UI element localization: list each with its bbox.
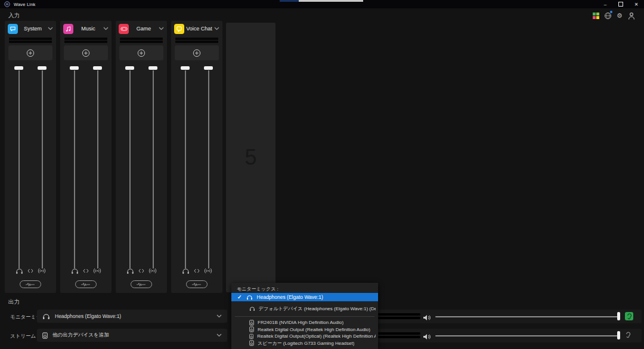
check-icon: ✓ [237,294,242,300]
fader-handle[interactable] [14,66,23,70]
minimize-button[interactable]: – [597,0,613,8]
empty-channel-slot[interactable]: 5 [226,23,275,292]
volume-speaker-icon[interactable] [423,332,431,342]
stream-volume-fader[interactable] [147,63,159,268]
music-channel-icon [63,24,73,34]
add-effect-button[interactable] [64,45,108,60]
popup-item-label: Realtek Digital Output(Optical) (Realtek… [257,333,376,339]
updates-icon[interactable] [603,11,612,20]
fader-handle[interactable] [125,66,134,70]
fader-handle[interactable] [181,66,190,70]
waveform-icon [80,282,91,287]
plus-circle-icon [137,49,145,57]
chevron-down-icon [48,27,53,30]
output-section-heading: 出力 [8,298,20,306]
popup-item-device[interactable]: スピーカー (Logitech G733 Gaming Headset) [249,339,376,347]
monitor-volume-fader[interactable] [179,63,191,268]
monitor-mix-device-popup: モニターミックス : ✓ Headphones (Elgato Wave:1) … [231,283,378,349]
ear-icon [627,313,632,320]
channel-header[interactable]: Game [116,21,167,36]
channel-strip-system: System [5,21,56,293]
plus-circle-icon [26,49,35,57]
stream-broadcast-icon[interactable] [148,268,157,274]
link-faders-icon[interactable] [83,268,89,273]
account-icon[interactable] [627,11,636,20]
settings-gear-icon[interactable]: ⚙ [615,11,624,20]
add-effect-button[interactable] [175,45,219,60]
fader-handle[interactable] [93,66,102,70]
fader-handle[interactable] [204,66,213,70]
fader-handle[interactable] [38,66,47,70]
waveform-toggle-button[interactable] [75,280,97,288]
output-level-meter [378,332,420,339]
channel-header[interactable]: System [5,21,56,36]
slider-handle[interactable] [617,331,620,339]
channel-name: Music [73,26,103,32]
maximize-button[interactable] [613,0,628,8]
fader-handle[interactable] [70,66,79,70]
popup-item-default-device[interactable]: デフォルトデバイス (Headphones (Elgato Wave:1) (D… [249,305,376,313]
waveform-toggle-button[interactable] [131,280,152,288]
popup-title: モニターミックス : [237,286,278,292]
stream-broadcast-icon[interactable] [204,268,212,274]
waveform-toggle-button[interactable] [186,280,208,288]
popup-item-label: Headphones (Elgato Wave:1) [257,294,323,300]
channel-name: Voice Chat [184,26,214,32]
ear-icon [626,332,631,338]
stream-mix-value: 他の出力デバイスを追加 [52,332,216,339]
link-faders-icon[interactable] [138,268,144,273]
level-meter [120,38,163,43]
update-notification-dot [610,11,612,13]
channel-header[interactable]: Voice Chat [171,21,222,36]
headphones-icon [249,306,255,311]
monitor-volume-fader[interactable] [13,63,25,268]
stream-volume-slider[interactable] [435,335,620,336]
stream-mix-dropdown[interactable]: 他の出力デバイスを追加 [37,329,227,342]
channel-name: Game [129,26,159,32]
monitor-volume-fader[interactable] [69,63,80,268]
link-faders-icon[interactable] [27,268,33,273]
headphones-icon[interactable] [126,268,134,274]
chevron-down-icon [214,27,219,30]
popup-item-selected[interactable]: ✓ Headphones (Elgato Wave:1) [231,293,378,301]
input-section-heading: 入力 [8,12,20,20]
monitor-volume-slider[interactable] [435,316,620,317]
channel-strip-music: Music [60,21,112,293]
monitor-ear-button[interactable] [625,312,633,320]
popup-item-label: Realtek Digital Output (Realtek High Def… [258,327,370,332]
stream-volume-fader[interactable] [92,63,104,268]
volume-speaker-icon[interactable] [423,313,431,323]
level-meter [9,38,52,43]
level-meter [175,38,218,43]
channel-header[interactable]: Music [60,21,112,36]
level-meter [64,38,107,43]
wave-link-logo-icon [4,1,10,7]
colored-grid-icon [593,13,599,19]
headphones-icon [42,313,50,320]
waveform-toggle-button[interactable] [20,280,41,288]
headphones-icon [246,295,253,300]
link-faders-icon[interactable] [194,268,200,273]
add-effect-button[interactable] [119,45,163,60]
fader-handle[interactable] [148,66,157,70]
stream-ear-button[interactable] [626,332,631,338]
stream-broadcast-icon[interactable] [93,268,101,274]
slider-handle[interactable] [617,312,620,320]
add-effect-button[interactable] [8,45,52,60]
monitor-volume-fader[interactable] [124,63,136,268]
monitor-mix-dropdown[interactable]: Headphones (Elgato Wave:1) [37,310,227,323]
headphones-icon[interactable] [71,268,79,274]
stream-volume-fader[interactable] [36,63,48,268]
headphones-icon[interactable] [182,268,190,274]
stream-volume-fader[interactable] [203,63,215,268]
background-window-artifact-light [299,0,363,2]
chevron-down-icon [216,314,222,318]
plus-circle-icon [193,49,201,57]
wave-link-window: Wave Link – ✕ ⚙ 入力 System [0,0,644,349]
headphones-icon[interactable] [16,268,23,274]
close-button[interactable]: ✕ [628,0,644,8]
speaker-device-icon [249,340,254,346]
marketplace-icon[interactable] [592,11,600,20]
waveform-icon [136,282,147,287]
stream-broadcast-icon[interactable] [38,268,46,274]
